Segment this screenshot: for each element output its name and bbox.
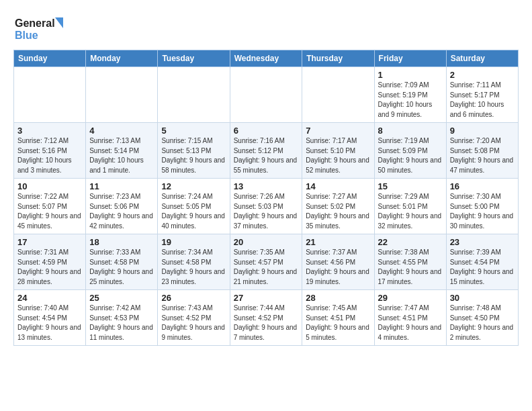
day-number: 16 — [450, 181, 515, 191]
day-number: 17 — [17, 237, 82, 247]
day-info: Sunrise: 7:48 AM Sunset: 4:50 PM Dayligh… — [450, 304, 515, 342]
day-info: Sunrise: 7:35 AM Sunset: 4:57 PM Dayligh… — [234, 248, 299, 287]
page: GeneralBlue SundayMondayTuesdayWednesday… — [0, 0, 532, 355]
day-number: 8 — [378, 126, 443, 136]
day-info: Sunrise: 7:38 AM Sunset: 4:55 PM Dayligh… — [378, 248, 443, 287]
calendar-cell: 29Sunrise: 7:47 AM Sunset: 4:51 PM Dayli… — [374, 290, 446, 346]
calendar-cell: 26Sunrise: 7:43 AM Sunset: 4:52 PM Dayli… — [158, 290, 230, 346]
day-number: 11 — [89, 181, 154, 191]
day-info: Sunrise: 7:27 AM Sunset: 5:02 PM Dayligh… — [306, 192, 370, 231]
calendar-weekday-friday: Friday — [374, 50, 446, 67]
calendar-cell — [158, 67, 230, 123]
day-number: 30 — [450, 293, 515, 303]
calendar-cell: 23Sunrise: 7:39 AM Sunset: 4:54 PM Dayli… — [446, 234, 518, 290]
calendar-cell: 4Sunrise: 7:13 AM Sunset: 5:14 PM Daylig… — [86, 123, 158, 179]
calendar-week-row: 1Sunrise: 7:09 AM Sunset: 5:19 PM Daylig… — [14, 67, 519, 123]
calendar-cell: 17Sunrise: 7:31 AM Sunset: 4:59 PM Dayli… — [14, 234, 86, 290]
day-number: 22 — [378, 237, 443, 247]
calendar-weekday-thursday: Thursday — [302, 50, 374, 67]
day-info: Sunrise: 7:22 AM Sunset: 5:07 PM Dayligh… — [17, 192, 82, 231]
calendar-week-row: 17Sunrise: 7:31 AM Sunset: 4:59 PM Dayli… — [14, 234, 519, 290]
day-number: 26 — [161, 293, 226, 303]
calendar-cell — [86, 67, 158, 123]
calendar-weekday-tuesday: Tuesday — [158, 50, 230, 67]
calendar-cell: 18Sunrise: 7:33 AM Sunset: 4:58 PM Dayli… — [86, 234, 158, 290]
day-info: Sunrise: 7:24 AM Sunset: 5:05 PM Dayligh… — [161, 192, 226, 231]
day-info: Sunrise: 7:42 AM Sunset: 4:53 PM Dayligh… — [89, 304, 154, 342]
calendar-cell: 11Sunrise: 7:23 AM Sunset: 5:06 PM Dayli… — [86, 179, 158, 234]
calendar-cell: 15Sunrise: 7:29 AM Sunset: 5:01 PM Dayli… — [374, 179, 446, 234]
day-number: 10 — [17, 181, 82, 191]
day-number: 24 — [17, 293, 82, 303]
day-number: 25 — [89, 293, 154, 303]
day-number: 18 — [89, 237, 154, 247]
calendar-cell: 27Sunrise: 7:44 AM Sunset: 4:52 PM Dayli… — [230, 290, 302, 346]
calendar-cell: 13Sunrise: 7:26 AM Sunset: 5:03 PM Dayli… — [230, 179, 302, 234]
calendar-cell: 9Sunrise: 7:20 AM Sunset: 5:08 PM Daylig… — [446, 123, 518, 179]
day-number: 14 — [306, 181, 370, 191]
calendar-cell: 30Sunrise: 7:48 AM Sunset: 4:50 PM Dayli… — [446, 290, 518, 346]
day-info: Sunrise: 7:47 AM Sunset: 4:51 PM Dayligh… — [378, 304, 443, 342]
day-number: 4 — [89, 126, 154, 136]
day-info: Sunrise: 7:20 AM Sunset: 5:08 PM Dayligh… — [450, 136, 515, 175]
logo-svg: GeneralBlue — [13, 15, 67, 43]
calendar-table: SundayMondayTuesdayWednesdayThursdayFrid… — [13, 50, 519, 346]
calendar-weekday-monday: Monday — [86, 50, 158, 67]
calendar-cell: 8Sunrise: 7:19 AM Sunset: 5:09 PM Daylig… — [374, 123, 446, 179]
calendar-cell: 19Sunrise: 7:34 AM Sunset: 4:58 PM Dayli… — [158, 234, 230, 290]
day-info: Sunrise: 7:16 AM Sunset: 5:12 PM Dayligh… — [234, 136, 299, 175]
calendar-week-row: 10Sunrise: 7:22 AM Sunset: 5:07 PM Dayli… — [14, 179, 519, 234]
day-number: 29 — [378, 293, 443, 303]
calendar-cell: 25Sunrise: 7:42 AM Sunset: 4:53 PM Dayli… — [86, 290, 158, 346]
calendar-weekday-wednesday: Wednesday — [230, 50, 302, 67]
calendar-cell: 28Sunrise: 7:45 AM Sunset: 4:51 PM Dayli… — [302, 290, 374, 346]
day-number: 28 — [306, 293, 370, 303]
day-info: Sunrise: 7:23 AM Sunset: 5:06 PM Dayligh… — [89, 192, 154, 231]
day-info: Sunrise: 7:12 AM Sunset: 5:16 PM Dayligh… — [17, 136, 82, 175]
calendar-cell: 2Sunrise: 7:11 AM Sunset: 5:17 PM Daylig… — [446, 67, 518, 123]
day-info: Sunrise: 7:43 AM Sunset: 4:52 PM Dayligh… — [161, 304, 226, 342]
calendar-cell: 16Sunrise: 7:30 AM Sunset: 5:00 PM Dayli… — [446, 179, 518, 234]
day-number: 13 — [234, 181, 299, 191]
calendar-cell: 10Sunrise: 7:22 AM Sunset: 5:07 PM Dayli… — [14, 179, 86, 234]
day-info: Sunrise: 7:37 AM Sunset: 4:56 PM Dayligh… — [306, 248, 370, 287]
day-number: 20 — [234, 237, 299, 247]
day-number: 27 — [234, 293, 299, 303]
calendar-cell: 12Sunrise: 7:24 AM Sunset: 5:05 PM Dayli… — [158, 179, 230, 234]
day-info: Sunrise: 7:26 AM Sunset: 5:03 PM Dayligh… — [234, 192, 299, 231]
day-number: 1 — [378, 70, 443, 80]
calendar-week-row: 3Sunrise: 7:12 AM Sunset: 5:16 PM Daylig… — [14, 123, 519, 179]
svg-text:Blue: Blue — [15, 30, 38, 41]
day-info: Sunrise: 7:33 AM Sunset: 4:58 PM Dayligh… — [89, 248, 154, 287]
day-number: 7 — [306, 126, 370, 136]
calendar-cell: 20Sunrise: 7:35 AM Sunset: 4:57 PM Dayli… — [230, 234, 302, 290]
day-number: 15 — [378, 181, 443, 191]
calendar-cell: 22Sunrise: 7:38 AM Sunset: 4:55 PM Dayli… — [374, 234, 446, 290]
day-number: 23 — [450, 237, 515, 247]
calendar-cell — [230, 67, 302, 123]
calendar-week-row: 24Sunrise: 7:40 AM Sunset: 4:54 PM Dayli… — [14, 290, 519, 346]
day-info: Sunrise: 7:44 AM Sunset: 4:52 PM Dayligh… — [234, 304, 299, 342]
calendar-cell: 7Sunrise: 7:17 AM Sunset: 5:10 PM Daylig… — [302, 123, 374, 179]
calendar-cell: 21Sunrise: 7:37 AM Sunset: 4:56 PM Dayli… — [302, 234, 374, 290]
day-info: Sunrise: 7:45 AM Sunset: 4:51 PM Dayligh… — [306, 304, 370, 342]
calendar-cell — [302, 67, 374, 123]
day-number: 21 — [306, 237, 370, 247]
day-info: Sunrise: 7:13 AM Sunset: 5:14 PM Dayligh… — [89, 136, 154, 175]
svg-text:General: General — [15, 17, 55, 29]
logo: GeneralBlue — [13, 15, 67, 43]
calendar-cell: 3Sunrise: 7:12 AM Sunset: 5:16 PM Daylig… — [14, 123, 86, 179]
calendar-cell: 5Sunrise: 7:15 AM Sunset: 5:13 PM Daylig… — [158, 123, 230, 179]
svg-marker-0 — [55, 17, 63, 28]
day-number: 6 — [234, 126, 299, 136]
calendar-weekday-saturday: Saturday — [446, 50, 518, 67]
day-info: Sunrise: 7:19 AM Sunset: 5:09 PM Dayligh… — [378, 136, 443, 175]
day-info: Sunrise: 7:40 AM Sunset: 4:54 PM Dayligh… — [17, 304, 82, 342]
calendar-cell: 24Sunrise: 7:40 AM Sunset: 4:54 PM Dayli… — [14, 290, 86, 346]
day-number: 5 — [161, 126, 226, 136]
day-info: Sunrise: 7:17 AM Sunset: 5:10 PM Dayligh… — [306, 136, 370, 175]
day-info: Sunrise: 7:30 AM Sunset: 5:00 PM Dayligh… — [450, 192, 515, 231]
header: GeneralBlue — [13, 12, 519, 43]
day-info: Sunrise: 7:11 AM Sunset: 5:17 PM Dayligh… — [450, 81, 515, 120]
calendar-weekday-sunday: Sunday — [14, 50, 86, 67]
